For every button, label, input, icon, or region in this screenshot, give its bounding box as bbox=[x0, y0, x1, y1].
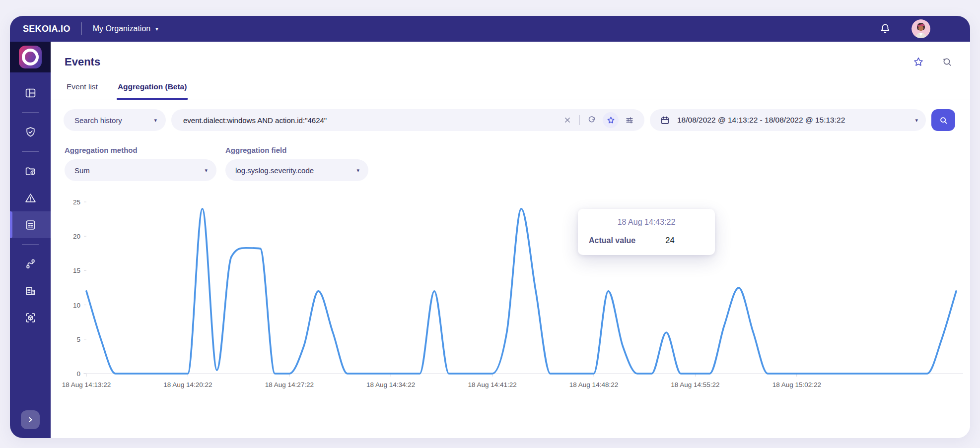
organization-name: My Organization bbox=[93, 24, 151, 33]
avatar-image bbox=[911, 19, 930, 38]
y-axis-label: 5 bbox=[76, 336, 80, 343]
tooltip-value: 24 bbox=[665, 236, 674, 245]
clear-query-button[interactable] bbox=[560, 112, 575, 128]
sidebar-expand-button[interactable] bbox=[21, 410, 40, 429]
tab-aggregation[interactable]: Aggregation (Beta) bbox=[117, 82, 188, 100]
bell-icon bbox=[879, 22, 892, 35]
save-search-button[interactable] bbox=[603, 112, 619, 128]
search-icon bbox=[938, 115, 949, 126]
run-search-button[interactable] bbox=[931, 109, 955, 131]
main-content: Events Event list Aggregation (Beta) bbox=[51, 42, 970, 438]
page-title: Events bbox=[65, 56, 100, 68]
sidebar-item-playground[interactable] bbox=[10, 304, 51, 331]
cube-scan-icon bbox=[24, 312, 37, 324]
topbar-divider bbox=[81, 22, 82, 35]
aggregation-method-value: Sum bbox=[74, 166, 90, 175]
x-axis-label: 18 Aug 14:48:22 bbox=[569, 381, 618, 388]
search-history-label: Search history bbox=[74, 116, 122, 125]
active-item-accent bbox=[10, 211, 12, 238]
notifications-button[interactable] bbox=[879, 22, 892, 35]
chevron-down-icon: ▾ bbox=[915, 118, 918, 123]
chart-line-actual-value bbox=[86, 209, 956, 374]
tooltip-series-label: Actual value bbox=[589, 236, 635, 245]
chart-tooltip: 18 Aug 14:43:22 Actual value 24 bbox=[578, 209, 715, 255]
aggregation-field-value: log.syslog.severity.code bbox=[235, 166, 314, 175]
y-axis-label: 20 bbox=[73, 233, 80, 240]
query-field bbox=[171, 109, 644, 131]
aggregation-controls: Aggregation method Sum ▾ Aggregation fie… bbox=[65, 146, 955, 181]
chevron-down-icon: ▾ bbox=[155, 26, 158, 32]
document-lines-icon bbox=[24, 219, 37, 231]
app-window: SEKOIA.IO My Organization ▾ bbox=[10, 16, 970, 438]
chevron-down-icon: ▾ bbox=[154, 118, 157, 123]
search-bar: Search history ▾ bbox=[64, 109, 955, 131]
x-axis-label: 18 Aug 14:34:22 bbox=[366, 381, 415, 388]
sekoia-logo-icon bbox=[19, 46, 42, 68]
aggregation-method-label: Aggregation method bbox=[65, 146, 216, 154]
organization-switcher[interactable]: My Organization ▾ bbox=[93, 24, 158, 33]
search-query-input[interactable] bbox=[182, 116, 560, 125]
shield-check-icon bbox=[24, 126, 37, 138]
date-range-value: 18/08/2022 @ 14:13:22 - 18/08/2022 @ 15:… bbox=[677, 116, 908, 125]
y-axis-label: 0 bbox=[76, 370, 80, 378]
folder-info-icon bbox=[24, 165, 37, 178]
alert-triangle-icon bbox=[24, 192, 37, 204]
filter-sliders-icon bbox=[625, 115, 634, 125]
y-axis-label: 10 bbox=[73, 302, 80, 309]
save-star-icon bbox=[606, 116, 616, 125]
sidebar-item-community[interactable] bbox=[10, 277, 51, 304]
chevron-down-icon: ▾ bbox=[205, 168, 208, 173]
aggregation-field-select[interactable]: log.syslog.severity.code ▾ bbox=[225, 159, 368, 181]
sidebar-item-intakes[interactable] bbox=[10, 251, 51, 277]
sidebar-item-protect[interactable] bbox=[10, 119, 51, 145]
user-avatar[interactable] bbox=[911, 19, 930, 38]
chevron-down-icon: ▾ bbox=[356, 168, 359, 173]
sidebar-divider bbox=[22, 151, 39, 152]
x-axis-label: 18 Aug 14:13:22 bbox=[62, 381, 111, 388]
x-axis-label: 18 Aug 14:41:22 bbox=[468, 381, 516, 388]
search-history-icon bbox=[941, 56, 953, 68]
favorite-star-icon bbox=[912, 56, 924, 68]
sidebar-item-intelligence[interactable] bbox=[10, 158, 51, 185]
top-bar: SEKOIA.IO My Organization ▾ bbox=[10, 16, 970, 42]
advanced-filters-button[interactable] bbox=[622, 112, 637, 128]
x-axis-label: 18 Aug 14:20:22 bbox=[163, 381, 212, 388]
date-range-picker[interactable]: 18/08/2022 @ 14:13:22 - 18/08/2022 @ 15:… bbox=[650, 109, 926, 131]
search-history-button[interactable] bbox=[941, 56, 953, 68]
building-icon bbox=[24, 285, 37, 297]
tab-event-list[interactable]: Event list bbox=[66, 82, 99, 100]
x-axis-label: 18 Aug 15:02:22 bbox=[772, 381, 821, 388]
x-axis-label: 18 Aug 14:27:22 bbox=[265, 381, 314, 388]
tab-bar: Event list Aggregation (Beta) bbox=[51, 82, 970, 100]
cable-intake-icon bbox=[24, 258, 37, 270]
panels-dashboard-icon bbox=[24, 87, 37, 99]
brand-logo-text: SEKOIA.IO bbox=[23, 24, 70, 34]
refresh-query-button[interactable] bbox=[584, 112, 600, 128]
icon-separator bbox=[579, 115, 580, 125]
chevron-right-icon bbox=[26, 415, 35, 424]
aggregation-chart: 051015202518 Aug 14:13:2218 Aug 14:20:22… bbox=[58, 194, 965, 397]
sidebar-item-alerts[interactable] bbox=[10, 185, 51, 211]
y-axis-label: 25 bbox=[73, 198, 80, 206]
calendar-icon bbox=[660, 115, 670, 126]
aggregation-field-label: Aggregation field bbox=[225, 146, 368, 154]
sidebar-divider bbox=[22, 244, 39, 245]
tooltip-time: 18 Aug 14:43:22 bbox=[589, 218, 704, 227]
clear-icon bbox=[563, 116, 572, 125]
aggregation-method-select[interactable]: Sum ▾ bbox=[65, 159, 216, 181]
line-chart: 051015202518 Aug 14:13:2218 Aug 14:20:22… bbox=[58, 194, 966, 392]
sidebar-logo[interactable] bbox=[10, 42, 51, 72]
search-history-dropdown[interactable]: Search history ▾ bbox=[64, 109, 166, 131]
x-axis-label: 18 Aug 14:55:22 bbox=[671, 381, 719, 388]
favorite-page-button[interactable] bbox=[912, 56, 924, 68]
sidebar-item-events[interactable] bbox=[10, 211, 51, 238]
y-axis-label: 15 bbox=[73, 267, 80, 274]
sidebar-nav bbox=[10, 42, 51, 438]
sidebar-item-dashboard[interactable] bbox=[10, 79, 51, 106]
sidebar-divider bbox=[22, 112, 39, 113]
refresh-icon bbox=[587, 115, 597, 125]
